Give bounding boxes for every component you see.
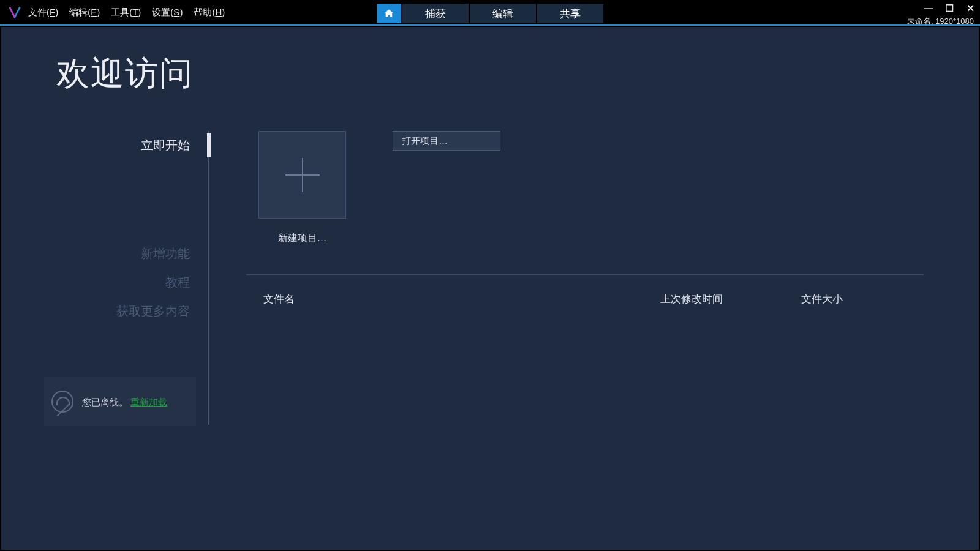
menu-help[interactable]: 帮助(H) <box>194 7 225 18</box>
menu-file[interactable]: 文件(F) <box>28 7 58 18</box>
sidenav-start-now[interactable]: 立即开始 <box>44 131 208 160</box>
menu-edit[interactable]: 编辑(E) <box>69 7 100 18</box>
file-list-header: 文件名 上次修改时间 文件大小 <box>246 292 924 306</box>
tab-capture[interactable]: 捕获 <box>402 4 469 23</box>
section-divider <box>246 274 924 275</box>
offline-icon <box>51 391 74 413</box>
new-project-label: 新建项目… <box>246 232 358 245</box>
sidenav-whats-new[interactable]: 新增功能 <box>44 239 208 268</box>
col-header-filename[interactable]: 文件名 <box>246 292 660 306</box>
tab-edit[interactable]: 编辑 <box>470 4 536 23</box>
titlebar: 文件(F) 编辑(E) 工具(T) 设置(S) 帮助(H) 捕获 编辑 共享 —… <box>0 0 980 26</box>
sidenav-get-more[interactable]: 获取更多内容 <box>44 297 208 326</box>
offline-banner: 您已离线。 重新加载 <box>44 377 196 426</box>
document-status: 未命名, 1920*1080 <box>907 16 974 27</box>
maximize-button[interactable]: ☐ <box>943 2 956 14</box>
offline-text: 您已离线。 重新加载 <box>82 395 167 408</box>
tab-share[interactable]: 共享 <box>537 4 603 23</box>
new-project-wrap: 新建项目… <box>246 131 358 245</box>
window-controls: — ☐ ✕ <box>922 2 976 14</box>
close-button[interactable]: ✕ <box>964 2 976 14</box>
col-header-size[interactable]: 文件大小 <box>801 292 924 306</box>
workspace: 欢迎访问 立即开始 新增功能 教程 获取更多内容 您已离线。 重新加载 新建项目… <box>1 27 979 550</box>
menu-tools[interactable]: 工具(T) <box>111 7 141 18</box>
offline-reload-link[interactable]: 重新加载 <box>130 397 167 407</box>
plus-icon <box>285 158 320 192</box>
sidenav-tutorials[interactable]: 教程 <box>44 268 208 297</box>
minimize-button[interactable]: — <box>922 3 935 14</box>
col-header-modified[interactable]: 上次修改时间 <box>660 292 801 306</box>
new-project-tile[interactable] <box>258 131 346 219</box>
main-area: 新建项目… 打开项目… 文件名 上次修改时间 文件大小 <box>246 131 924 306</box>
open-project-button[interactable]: 打开项目… <box>393 131 500 151</box>
menu-settings[interactable]: 设置(S) <box>152 7 183 18</box>
menubar: 文件(F) 编辑(E) 工具(T) 设置(S) 帮助(H) <box>28 7 225 18</box>
welcome-title: 欢迎访问 <box>56 51 194 96</box>
tab-home[interactable] <box>377 4 401 23</box>
mode-tabs: 捕获 编辑 共享 <box>377 4 603 23</box>
home-icon <box>383 8 394 19</box>
app-logo-icon <box>9 6 21 18</box>
